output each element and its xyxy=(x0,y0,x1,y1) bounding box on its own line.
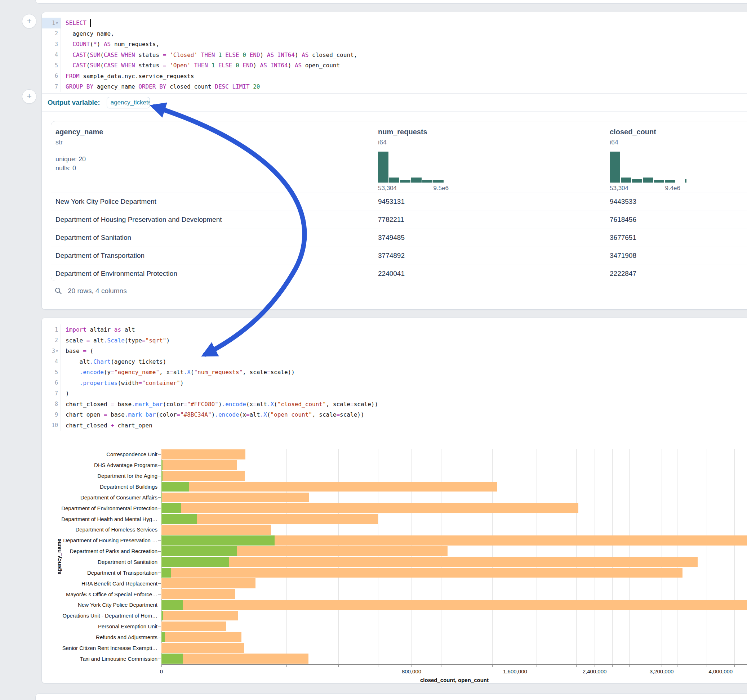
code-text: FROM sample_data.nyc.service_requests xyxy=(61,73,194,80)
bar-open-count[interactable] xyxy=(162,536,275,546)
y-axis-tick xyxy=(158,583,161,584)
y-axis-line xyxy=(162,449,162,664)
histogram-bar xyxy=(411,178,422,183)
y-axis-tick xyxy=(158,616,161,616)
x-axis-tick xyxy=(162,665,162,667)
histogram-bar xyxy=(621,178,631,183)
table-row[interactable]: Department of Environmental Protection22… xyxy=(51,265,747,283)
bar-closed-count[interactable] xyxy=(162,557,698,567)
bar-closed-count[interactable] xyxy=(162,460,237,470)
agency-name-cell: New York City Police Department xyxy=(56,193,156,210)
bar-closed-count[interactable] xyxy=(162,525,271,535)
column-header[interactable]: num_requestsi64 xyxy=(378,128,427,146)
x-axis-tick xyxy=(612,665,612,667)
histogram-max-label: 9.4e6 xyxy=(665,185,680,192)
histogram-max-label: 9.5e6 xyxy=(433,185,449,192)
bar-open-count[interactable] xyxy=(162,600,183,610)
bar-closed-count[interactable] xyxy=(162,653,308,664)
code-line[interactable]: 7GROUP BY agency_name ORDER BY closed_co… xyxy=(42,81,747,92)
value-cell: 3471908 xyxy=(610,247,637,264)
histogram-bar xyxy=(654,180,664,183)
gridline xyxy=(468,449,468,664)
y-axis-label: Operations Unit - Department of Hom… xyxy=(42,612,157,619)
y-axis-tick xyxy=(158,659,161,659)
collapse-chevron-icon[interactable]: ∨ xyxy=(56,21,58,25)
bar-open-count[interactable] xyxy=(162,557,229,567)
bar-closed-count[interactable] xyxy=(162,643,244,653)
bar-open-count[interactable] xyxy=(162,471,163,481)
bar-closed-count[interactable] xyxy=(162,589,235,599)
y-axis-tick xyxy=(158,551,161,552)
bar-closed-count[interactable] xyxy=(162,493,309,503)
y-axis-tick xyxy=(158,497,161,498)
bar-open-count[interactable] xyxy=(162,460,163,470)
x-axis-tick xyxy=(692,665,692,667)
bar-open-count[interactable] xyxy=(162,514,197,524)
add-cell-button[interactable]: + xyxy=(22,89,36,104)
bar-open-count[interactable] xyxy=(162,611,163,621)
bar-closed-count[interactable] xyxy=(162,482,497,492)
y-axis-tick xyxy=(158,594,161,594)
code-text: agency_name, xyxy=(61,30,114,37)
x-axis-tick xyxy=(378,665,378,667)
bar-open-count[interactable] xyxy=(162,493,162,503)
bar-closed-count[interactable] xyxy=(162,632,242,643)
column-histogram[interactable] xyxy=(610,152,675,183)
gridline xyxy=(612,449,612,664)
histogram-bar xyxy=(422,180,433,183)
search-icon[interactable] xyxy=(54,287,62,295)
x-axis-tick-label: 0 xyxy=(160,668,163,674)
code-line[interactable]: 1∨SELECT xyxy=(42,18,747,29)
table-row[interactable]: New York City Police Department945313194… xyxy=(51,193,747,211)
histogram-min-label: 53,304 xyxy=(610,185,628,192)
y-axis-label: Department of Health and Mental Hyg… xyxy=(42,516,157,522)
output-variable-pill[interactable]: agency_tickets xyxy=(107,97,150,109)
code-line[interactable]: 5 CAST(SUM(CASE WHEN status = 'Open' THE… xyxy=(42,60,747,71)
code-line[interactable]: 2 agency_name, xyxy=(42,29,747,39)
bar-closed-count[interactable] xyxy=(162,450,245,459)
bar-closed-count[interactable] xyxy=(162,611,238,621)
gridline xyxy=(411,449,412,664)
column-histogram[interactable] xyxy=(378,152,444,183)
agency-name-cell: Department of Environmental Protection xyxy=(56,265,177,282)
bar-closed-count[interactable] xyxy=(162,471,245,481)
gridline xyxy=(515,449,515,664)
line-number-text: 3 xyxy=(55,41,58,48)
bar-open-count[interactable] xyxy=(162,482,189,492)
gridline xyxy=(677,449,677,664)
result-table-footer[interactable]: 20 rows, 4 columns xyxy=(54,287,127,295)
table-row[interactable]: Department of Housing Preservation and D… xyxy=(51,211,747,229)
y-axis-tick xyxy=(158,605,161,605)
table-row[interactable]: Department of Transportation377489234719… xyxy=(51,247,747,265)
x-axis-tick xyxy=(734,665,735,667)
code-line[interactable]: 6FROM sample_data.nyc.service_requests xyxy=(42,71,747,82)
line-number-text: 6 xyxy=(55,73,58,79)
code-line[interactable]: 4 CAST(SUM(CASE WHEN status = 'Closed' T… xyxy=(42,50,747,60)
column-stat: unique: 20 xyxy=(56,155,103,163)
bar-open-count[interactable] xyxy=(162,503,181,513)
column-name: agency_name xyxy=(56,128,103,136)
bar-closed-count[interactable] xyxy=(162,568,682,578)
python-cell: 1import altair as alt2scale = alt.Scale(… xyxy=(41,318,747,683)
gridline xyxy=(707,449,707,664)
bar-open-count[interactable] xyxy=(162,546,237,556)
table-row[interactable]: Department of Sanitation37494853677651 xyxy=(51,229,747,247)
bar-closed-count[interactable] xyxy=(162,622,226,632)
result-table-header: agency_namestrunique: 20nulls: 0num_requ… xyxy=(51,121,747,193)
open-count-hist-fragment xyxy=(685,180,687,183)
column-header[interactable]: agency_namestrunique: 20nulls: 0 xyxy=(56,128,103,172)
column-header[interactable]: closed_counti64 xyxy=(610,128,656,146)
bar-closed-count[interactable] xyxy=(162,578,256,588)
bar-open-count[interactable] xyxy=(162,568,171,578)
agency-name-cell: Department of Transportation xyxy=(56,247,145,264)
bar-closed-count[interactable] xyxy=(162,600,747,610)
x-axis-tick xyxy=(411,665,412,667)
value-cell: 9453131 xyxy=(378,193,405,210)
add-cell-button[interactable]: + xyxy=(22,14,36,29)
bar-open-count[interactable] xyxy=(162,653,183,664)
x-axis-tick xyxy=(707,665,707,667)
bar-open-count[interactable] xyxy=(162,632,165,643)
bar-closed-count[interactable] xyxy=(162,503,578,513)
sql-code-editor[interactable]: 1∨SELECT 2 agency_name,3 COUNT(*) AS num… xyxy=(42,18,747,92)
code-line[interactable]: 3 COUNT(*) AS num_requests, xyxy=(42,39,747,50)
